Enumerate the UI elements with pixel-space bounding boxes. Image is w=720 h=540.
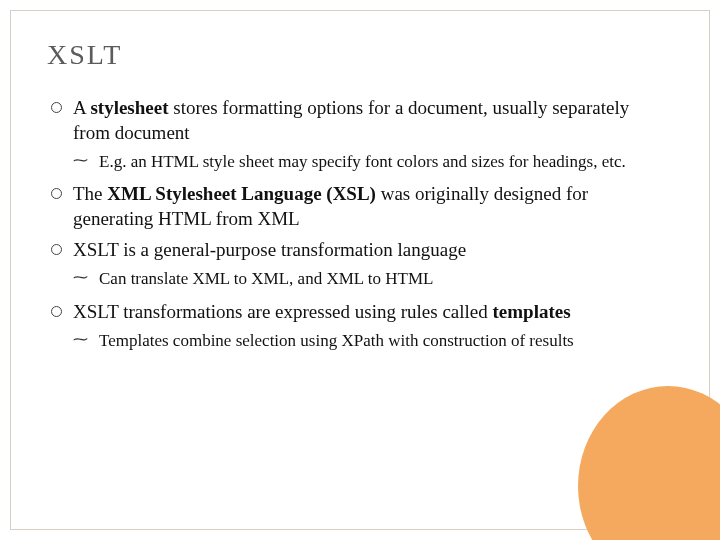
sub-bullet-item: ⁓Templates combine selection using XPath… — [73, 330, 653, 352]
bullet-item: A stylesheet stores formatting options f… — [47, 95, 653, 173]
sub-bullet-list: ⁓Templates combine selection using XPath… — [73, 330, 653, 352]
squiggle-icon: ⁓ — [73, 330, 88, 350]
bullet-text: A stylesheet stores formatting options f… — [73, 97, 629, 143]
sub-bullet-text: E.g. an HTML style sheet may specify fon… — [99, 152, 626, 171]
bullet-text: The XML Stylesheet Language (XSL) was or… — [73, 183, 588, 229]
bullet-text: XSLT transformations are expressed using… — [73, 301, 571, 322]
sub-bullet-text: Can translate XML to XML, and XML to HTM… — [99, 269, 433, 288]
sub-bullet-list: ⁓E.g. an HTML style sheet may specify fo… — [73, 151, 653, 173]
sub-bullet-list: ⁓Can translate XML to XML, and XML to HT… — [73, 268, 653, 290]
sub-bullet-item: ⁓Can translate XML to XML, and XML to HT… — [73, 268, 653, 290]
slide-title: XSLT — [47, 39, 653, 71]
bullet-text: XSLT is a general-purpose transformation… — [73, 239, 466, 260]
slide-frame: XSLT A stylesheet stores formatting opti… — [10, 10, 710, 530]
squiggle-icon: ⁓ — [73, 268, 88, 288]
bullet-list: A stylesheet stores formatting options f… — [47, 95, 653, 352]
sub-bullet-item: ⁓E.g. an HTML style sheet may specify fo… — [73, 151, 653, 173]
bullet-item: The XML Stylesheet Language (XSL) was or… — [47, 181, 653, 231]
sub-bullet-text: Templates combine selection using XPath … — [99, 331, 574, 350]
bullet-item: XSLT is a general-purpose transformation… — [47, 237, 653, 290]
bullet-item: XSLT transformations are expressed using… — [47, 299, 653, 352]
squiggle-icon: ⁓ — [73, 151, 88, 171]
